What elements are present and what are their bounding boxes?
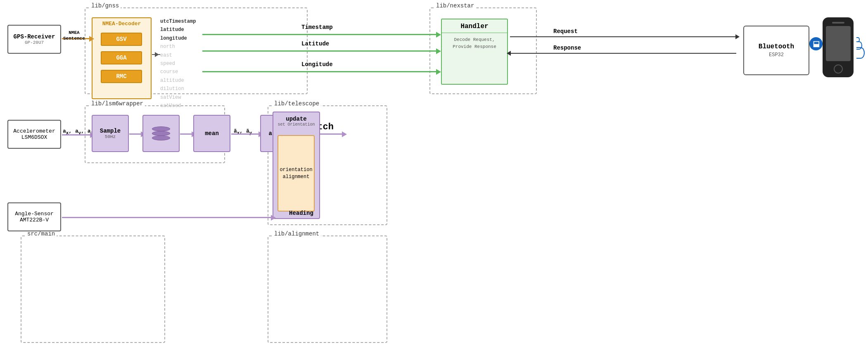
handler-box: Handler Decode Request,Provide Response: [441, 19, 508, 85]
mean-label: mean: [205, 130, 219, 137]
accelerometer-sublabel: LSM6DSOX: [21, 134, 47, 140]
field-speed: speed: [160, 59, 196, 68]
field-satused: satUsed: [160, 102, 196, 110]
longitude-label: Longitude: [301, 61, 333, 68]
sample-box: Sample 50Hz: [92, 115, 129, 152]
handler-sublabel: Decode Request,Provide Response: [442, 33, 507, 53]
longitude-arrowhead: [436, 69, 441, 75]
decoder-to-fields-arrowhead: [155, 52, 159, 57]
latitude-arrow: [202, 50, 437, 52]
lib-alignment-box: lib/alignment: [268, 235, 387, 343]
gga-box: GGA: [101, 51, 142, 64]
handler-title: Handler: [442, 19, 507, 33]
buffer-box: [142, 115, 180, 152]
angle-to-update-arrowhead: [271, 215, 276, 221]
signal-waves: [856, 37, 865, 59]
accelerometer-box: Accelerometer LSM6DSOX: [7, 120, 61, 149]
gps-to-nmea-arrowhead: [89, 36, 94, 42]
rmc-box: RMC: [101, 70, 142, 83]
request-label: Request: [553, 28, 578, 35]
atan2-to-update-arrowhead: [342, 131, 347, 137]
gsv-box: GSV: [101, 33, 142, 46]
phone-screen: [826, 26, 851, 61]
angle-sensor-sublabel: AMT222B-V: [20, 217, 49, 223]
latitude-arrowhead: [436, 48, 441, 54]
update-title: update: [286, 116, 306, 122]
response-label: Response: [553, 45, 581, 51]
field-satview: satView: [160, 93, 196, 102]
timestamp-arrowhead: [436, 32, 441, 38]
bluetooth-symbol: ⬓: [809, 37, 823, 50]
buffer-to-mean-arrow: [180, 133, 192, 135]
angle-to-update-arrow: [62, 217, 272, 218]
gps-receiver-sublabel: GP-20U7: [25, 40, 44, 45]
response-arrowhead: [507, 51, 511, 56]
lib-lsm6-label: lib/lsm6wrapper: [90, 100, 145, 107]
phone-speaker: [832, 22, 844, 24]
nmea-decoder-box: NMEA-Decoder GSV GGA RMC: [92, 17, 152, 99]
gps-receiver-box: GPS-Receiver GP-20U7: [7, 25, 61, 54]
field-utctimestamp: utcTimestamp: [160, 17, 196, 26]
mean-box: mean: [193, 115, 230, 152]
sample-to-buffer-arrow: [129, 133, 142, 135]
accel-to-sample-arrow: [62, 134, 91, 136]
src-main-box: src/main: [21, 235, 165, 343]
request-arrowhead: [735, 34, 740, 39]
accelerometer-label: Accelerometer: [13, 128, 55, 134]
field-longitude: longitude: [160, 34, 196, 43]
buffer-stack-icon: [152, 126, 170, 140]
nmea-sentence-label: NMEASentence: [63, 30, 85, 42]
mean-to-atan2-arrow: [231, 133, 259, 135]
nmea-decoder-title: NMEA-Decoder: [92, 21, 151, 27]
output-fields: utcTimestamp latitude longitude north ea…: [160, 17, 196, 110]
field-north: north: [160, 43, 196, 51]
update-box: update set Orientation orientationalignm…: [273, 112, 320, 219]
field-altitude: altitude: [160, 76, 196, 85]
bluetooth-box: Bluetooth ESP32: [743, 26, 809, 75]
field-latitude: latitude: [160, 26, 196, 34]
request-arrow: [510, 36, 736, 37]
bluetooth-sublabel: ESP32: [769, 52, 784, 58]
src-main-label: src/main: [26, 231, 57, 237]
field-course: course: [160, 68, 196, 76]
stack-layer-3: [152, 136, 170, 140]
timestamp-arrow: [202, 34, 437, 35]
angle-sensor-box: Angle-Sensor AMT222B-V: [7, 202, 61, 231]
diagram-area: lib/gnss lib/nexstar lib/lsm6wrapper lib…: [0, 0, 868, 352]
lib-nexstar-label: lib/nexstar: [434, 2, 476, 9]
orientation-alignment-box: orientationalignment: [277, 135, 315, 212]
gps-receiver-label: GPS-Receiver: [14, 33, 55, 40]
phone-home-button: [834, 64, 843, 74]
heading-label: Heading: [289, 210, 313, 216]
timestamp-label: Timestamp: [301, 24, 333, 31]
lib-gnss-label: lib/gnss: [90, 2, 121, 9]
field-east: east: [160, 51, 196, 59]
lib-alignment-label: lib/alignment: [273, 231, 321, 237]
latitude-label: Latitude: [301, 40, 329, 47]
update-sublabel: set Orientation: [277, 122, 315, 127]
angle-sensor-label: Angle-Sensor: [15, 211, 54, 217]
bluetooth-label: Bluetooth: [759, 43, 794, 50]
phone-icon: [823, 17, 854, 77]
sample-label: Sample: [100, 128, 121, 134]
response-arrow: [510, 53, 736, 54]
field-dilution: dilution: [160, 85, 196, 93]
longitude-arrow: [202, 71, 437, 72]
lib-telescope-label: lib/telescope: [273, 100, 321, 107]
sample-sublabel: 50Hz: [105, 134, 116, 139]
